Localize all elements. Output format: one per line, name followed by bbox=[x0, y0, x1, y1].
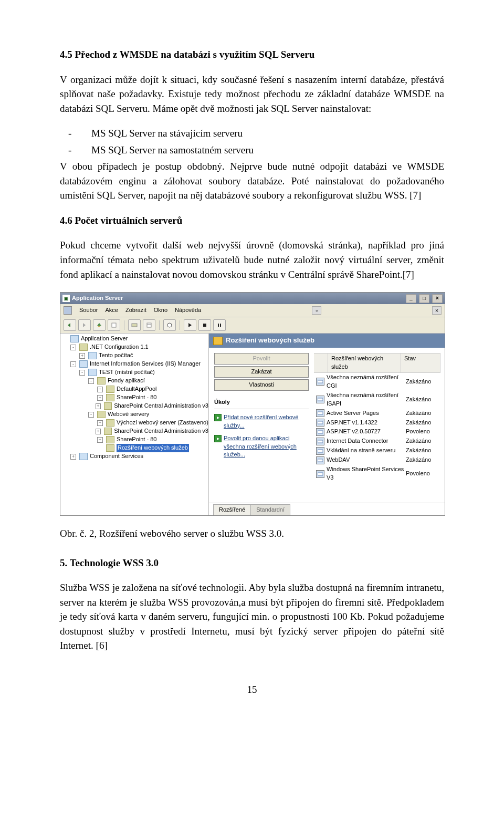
task-enable-all[interactable]: ▸ Povolit pro danou aplikaci všechna roz… bbox=[214, 434, 309, 460]
expander-icon[interactable]: + bbox=[79, 353, 85, 359]
tree-label: Rozšíření webových služeb bbox=[117, 444, 189, 452]
titlebar[interactable]: ▣ Application Server _ □ × bbox=[60, 293, 445, 304]
extension-name: Active Server Pages bbox=[327, 409, 406, 418]
tree-item[interactable]: -.NET Configuration 1.1 bbox=[61, 343, 208, 351]
tree-item[interactable]: +SharePoint - 80 bbox=[61, 435, 208, 444]
folder-icon bbox=[79, 344, 88, 351]
forward-button[interactable] bbox=[78, 319, 91, 331]
list-item[interactable]: WebDAVZakázáno bbox=[314, 455, 440, 465]
para-5-1: Služba WSS je založena na síťové technol… bbox=[60, 580, 444, 653]
tree-item[interactable]: +DefaultAppPool bbox=[61, 385, 208, 393]
expander-icon[interactable]: + bbox=[97, 395, 103, 401]
svg-rect-8 bbox=[220, 324, 221, 327]
extension-status: Zakázáno bbox=[406, 396, 440, 404]
minimize-button[interactable]: _ bbox=[406, 294, 416, 303]
expander-icon[interactable]: - bbox=[88, 378, 94, 384]
tree-item[interactable]: -Internet Information Services (IIS) Man… bbox=[61, 360, 208, 368]
properties-button[interactable]: Vlastnosti bbox=[214, 379, 309, 391]
page-number: 15 bbox=[60, 682, 444, 697]
menu-action[interactable]: Akce bbox=[105, 306, 118, 315]
expander-icon[interactable]: + bbox=[96, 403, 101, 409]
tree-item[interactable]: Application Server bbox=[61, 335, 208, 343]
enable-button[interactable]: Povolit bbox=[214, 353, 309, 365]
list-item[interactable]: ASP.NET v1.1.4322Zakázáno bbox=[314, 418, 440, 428]
svg-rect-15 bbox=[318, 450, 323, 452]
screenshot-figure: ▣ Application Server _ □ × Soubor Akce Z… bbox=[60, 292, 444, 516]
mdi-close-button[interactable]: × bbox=[432, 306, 442, 315]
col-sort[interactable] bbox=[314, 354, 328, 372]
node-icon bbox=[70, 335, 79, 342]
task-add-extension[interactable]: ▸ Přidat nové rozšíření webové služby... bbox=[214, 413, 309, 430]
folder-icon bbox=[106, 386, 114, 393]
tree-item[interactable]: -TEST (místní počítač) bbox=[61, 368, 208, 377]
arrow-icon: ▸ bbox=[214, 414, 222, 421]
tree-item[interactable]: +SharePoint Central Administration v3 bbox=[61, 427, 208, 435]
list-item[interactable]: Windows SharePoint Services V3Povoleno bbox=[314, 465, 440, 483]
play-button[interactable] bbox=[184, 319, 196, 331]
expander-icon[interactable]: + bbox=[97, 387, 103, 392]
extension-icon bbox=[316, 378, 324, 386]
folder-icon bbox=[97, 377, 106, 384]
maximize-button[interactable]: □ bbox=[419, 294, 429, 303]
tool-button-3[interactable] bbox=[163, 319, 176, 331]
menu-icon[interactable] bbox=[64, 306, 72, 315]
menu-view[interactable]: Zobrazit bbox=[125, 306, 146, 315]
tree-item[interactable]: +Tento počítač bbox=[61, 351, 208, 360]
extension-icon bbox=[316, 396, 324, 403]
list-header[interactable]: Rozšíření webových služeb Stav bbox=[314, 353, 440, 373]
folder-icon bbox=[106, 436, 114, 443]
up-button[interactable] bbox=[93, 319, 106, 331]
tree-label: .NET Configuration 1.1 bbox=[90, 343, 149, 351]
expander-icon[interactable]: + bbox=[70, 454, 76, 460]
expander-icon[interactable]: - bbox=[79, 370, 85, 376]
extension-list[interactable]: Všechna neznámá rozšíření CGIZakázánoVše… bbox=[314, 373, 440, 483]
tree-item[interactable]: -Webové servery bbox=[61, 410, 208, 419]
tool-button-2[interactable] bbox=[143, 319, 155, 331]
app-icon: ▣ bbox=[62, 295, 70, 302]
tree-item[interactable]: +Výchozí webový server (Zastaveno) bbox=[61, 419, 208, 427]
col-name[interactable]: Rozšíření webových služeb bbox=[328, 354, 401, 372]
expander-icon[interactable]: - bbox=[70, 345, 76, 350]
list-item[interactable]: ASP.NET v2.0.50727Povoleno bbox=[314, 427, 440, 437]
svg-rect-0 bbox=[98, 326, 100, 327]
tree-label: Fondy aplikací bbox=[108, 377, 145, 385]
list-item[interactable]: Active Server PagesZakázáno bbox=[314, 409, 440, 418]
expander-icon[interactable]: + bbox=[97, 420, 103, 426]
tree-item[interactable]: -Fondy aplikací bbox=[61, 377, 208, 385]
tab-extended[interactable]: Rozšířené bbox=[213, 504, 251, 515]
extension-name: Všechna neznámá rozšíření CGI bbox=[327, 373, 406, 390]
extension-status: Zakázáno bbox=[406, 446, 440, 455]
extension-name: Internet Data Connector bbox=[327, 437, 406, 445]
tree-label: Component Services bbox=[90, 452, 143, 461]
list-item[interactable]: Vkládání na straně serveruZakázáno bbox=[314, 446, 440, 455]
tool-button-1[interactable] bbox=[128, 319, 141, 331]
back-button[interactable] bbox=[64, 319, 76, 331]
menu-file[interactable]: Soubor bbox=[79, 306, 98, 315]
tree-item[interactable]: Rozšíření webových služeb bbox=[61, 444, 208, 452]
menu-help[interactable]: Nápověda bbox=[175, 306, 201, 315]
expander-icon[interactable]: + bbox=[97, 437, 103, 443]
home-button[interactable] bbox=[108, 319, 120, 331]
list-item[interactable]: Internet Data ConnectorZakázáno bbox=[314, 437, 440, 446]
list-item[interactable]: Všechna neznámá rozšíření CGIZakázáno bbox=[314, 373, 440, 391]
pause-button[interactable] bbox=[213, 319, 226, 331]
expander-icon[interactable]: - bbox=[70, 361, 76, 367]
expander-icon[interactable]: - bbox=[88, 412, 94, 418]
expander-icon[interactable]: + bbox=[96, 429, 101, 434]
disable-button[interactable]: Zakázat bbox=[214, 366, 309, 378]
para-4-5-1: V organizaci může dojít k situaci, kdy s… bbox=[60, 72, 444, 116]
tab-standard[interactable]: Standardní bbox=[250, 504, 290, 515]
svg-rect-16 bbox=[318, 459, 323, 462]
mdi-restore-button[interactable]: ▫ bbox=[312, 306, 321, 315]
close-button[interactable]: × bbox=[432, 294, 443, 303]
menu-window[interactable]: Okno bbox=[154, 306, 167, 315]
tree-item[interactable]: +SharePoint Central Administration v3 bbox=[61, 402, 208, 410]
list-item[interactable]: Všechna neznámá rozšíření ISAPIZakázáno bbox=[314, 391, 440, 409]
stop-button[interactable] bbox=[198, 319, 211, 331]
bullet-2: MS SQL Server na samostatném serveru bbox=[60, 143, 444, 158]
col-status[interactable]: Stav bbox=[401, 354, 440, 372]
tree-item[interactable]: +Component Services bbox=[61, 452, 208, 461]
svg-rect-12 bbox=[318, 421, 323, 424]
tree-item[interactable]: +SharePoint - 80 bbox=[61, 393, 208, 402]
tree-panel[interactable]: Application Server-.NET Configuration 1.… bbox=[60, 334, 209, 515]
